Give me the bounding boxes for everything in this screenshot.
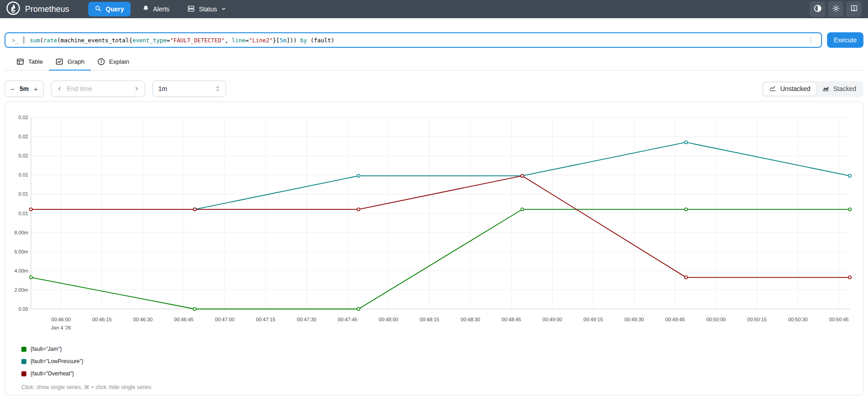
execute-button[interactable]: Execute	[827, 32, 863, 48]
y-tick-label: 0.01	[19, 211, 28, 216]
y-tick-label: 0.00	[19, 306, 28, 312]
promql-token-plain: =	[167, 37, 170, 44]
data-point-marker	[30, 208, 32, 211]
data-point-marker	[685, 208, 687, 211]
search-icon	[95, 5, 101, 13]
prometheus-logo-icon	[6, 1, 20, 17]
promql-token-label: line	[232, 37, 245, 44]
data-point-marker	[193, 308, 196, 310]
stacked-option[interactable]: Stacked	[816, 82, 862, 96]
bell-icon	[142, 5, 149, 13]
promql-token-function: sum	[30, 37, 40, 44]
nav-item-label: Alerts	[153, 5, 170, 13]
y-tick-label: 6.00m	[14, 249, 28, 254]
series-line	[31, 176, 850, 277]
main-content: >_ sum(rate(machine_events_total{event_t…	[0, 32, 868, 395]
range-increase-button[interactable]: +	[33, 85, 39, 93]
promql-token-plain: =	[245, 37, 249, 44]
resolution-value: 1m	[158, 85, 167, 92]
y-tick-label: 0.02	[19, 134, 28, 139]
main-nav: Query Alerts Status	[88, 2, 232, 17]
data-point-marker	[521, 174, 524, 177]
server-icon	[187, 5, 195, 14]
series-legend: {fault="Jam"}{fault="LowPressure"}{fault…	[21, 346, 863, 377]
x-tick-label: 00:47:00	[215, 317, 235, 322]
data-point-marker	[357, 208, 360, 211]
promql-token-keyword: by	[300, 37, 307, 44]
x-tick-label: 00:49:45	[666, 317, 685, 322]
expression-input[interactable]: >_ sum(rate(machine_events_total{event_t…	[5, 32, 822, 48]
docs-button[interactable]	[846, 1, 862, 17]
query-bar: >_ sum(rate(machine_events_total{event_t…	[5, 32, 863, 48]
resolution-select[interactable]: 1m	[152, 81, 226, 97]
data-point-marker	[357, 174, 360, 177]
book-icon	[850, 5, 858, 14]
line-chart-icon	[769, 85, 777, 93]
graph-canvas[interactable]: 0.020.020.020.010.010.018.00m6.00m4.00m2…	[5, 102, 863, 335]
nav-item-label: Status	[199, 5, 217, 13]
promql-expression[interactable]: sum(rate(machine_events_total{event_type…	[30, 37, 801, 44]
theme-toggle-button[interactable]	[810, 1, 825, 17]
y-tick-label: 0.02	[19, 153, 28, 158]
data-point-marker	[848, 208, 851, 211]
legend-label: {fault="LowPressure"}	[30, 358, 83, 365]
text-cursor	[24, 36, 25, 44]
end-time-input[interactable]: End time	[51, 81, 145, 97]
settings-button[interactable]	[828, 1, 843, 17]
end-time-placeholder: End time	[67, 85, 129, 92]
y-tick-label: 0.01	[19, 191, 28, 197]
tab-table[interactable]: Table	[10, 54, 49, 71]
unstacked-option[interactable]: Unstacked	[763, 82, 816, 96]
promql-token-plain: (fault)	[307, 37, 334, 44]
legend-swatch	[21, 347, 26, 352]
legend-item[interactable]: {fault="Jam"}	[21, 346, 863, 352]
x-tick-label: 00:49:00	[543, 317, 562, 322]
legend-item[interactable]: {fault="LowPressure"}	[21, 358, 863, 365]
data-point-marker	[193, 208, 196, 211]
range-decrease-button[interactable]: −	[10, 85, 15, 93]
data-point-marker	[357, 308, 360, 310]
chevron-right-icon[interactable]	[134, 86, 139, 91]
series-line	[31, 209, 850, 309]
navbar-actions	[810, 1, 862, 17]
tab-label: Graph	[67, 58, 85, 65]
legend-swatch	[21, 359, 26, 364]
legend-swatch	[21, 371, 26, 376]
tab-explain[interactable]: Explain	[91, 54, 136, 71]
x-tick-label: 00:50:45	[829, 317, 849, 322]
legend-item[interactable]: {fault="Overheat"}	[21, 370, 863, 377]
select-chevrons-icon	[215, 86, 220, 92]
x-tick-label: 00:47:30	[297, 317, 317, 322]
stacking-toggle: Unstacked Stacked	[762, 81, 863, 97]
tab-label: Table	[28, 58, 43, 65]
data-point-marker	[685, 276, 687, 278]
legend-label: {fault="Jam"}	[30, 346, 62, 352]
graph-controls: − 5m + End time 1m	[5, 81, 863, 97]
nav-item-label: Query	[106, 5, 124, 13]
y-tick-label: 8.00m	[14, 230, 28, 235]
x-tick-label: 00:50:15	[747, 317, 767, 322]
table-icon	[16, 58, 24, 66]
range-value[interactable]: 5m	[20, 85, 29, 92]
x-tick-label: 00:49:15	[584, 317, 603, 322]
promql-token-function: rate	[43, 37, 57, 44]
nav-item-alerts[interactable]: Alerts	[136, 2, 176, 16]
kebab-menu-icon[interactable]: ⋮	[807, 36, 815, 44]
x-tick-label: 00:46:45	[174, 317, 194, 322]
x-tick-label: 00:50:00	[707, 317, 726, 322]
tab-graph[interactable]: Graph	[49, 54, 91, 71]
contrast-icon	[814, 5, 822, 14]
brand-title: Prometheus	[25, 5, 69, 14]
promql-token-plain: (machine_events_total{	[57, 37, 132, 44]
y-tick-label: 2.00m	[14, 287, 28, 293]
nav-item-query[interactable]: Query	[88, 2, 130, 16]
nav-item-status[interactable]: Status	[181, 2, 232, 17]
x-tick-label: 00:46:30	[133, 317, 153, 322]
tab-label: Explain	[109, 58, 129, 65]
range-input: − 5m +	[5, 81, 44, 97]
brand[interactable]: Prometheus	[6, 1, 69, 17]
x-tick-label: 00:47:45	[338, 317, 358, 322]
y-tick-label: 0.01	[19, 172, 28, 177]
y-tick-label: 4.00m	[14, 268, 28, 273]
chevron-left-icon[interactable]	[57, 86, 62, 91]
